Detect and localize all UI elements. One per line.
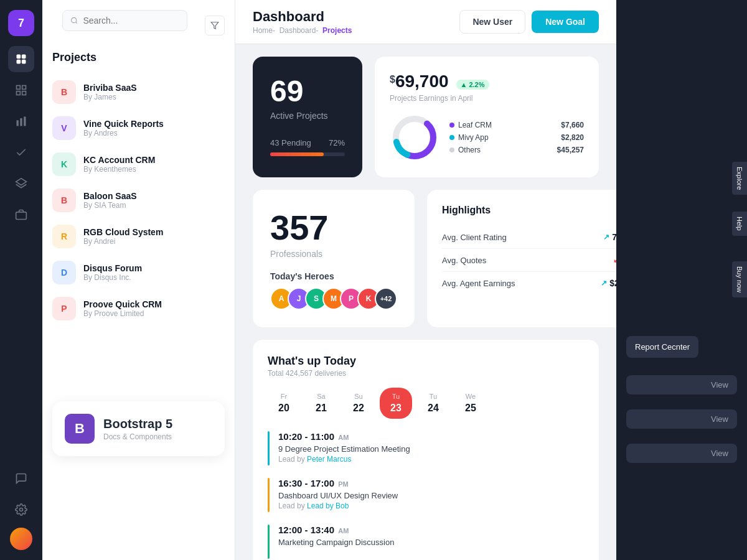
- calendar-title: What's up Today: [268, 355, 584, 368]
- project-item[interactable]: V Vine Quick Reports By Andres: [42, 110, 235, 146]
- bootstrap-icon: B: [65, 414, 95, 444]
- svg-rect-8: [17, 120, 19, 126]
- search-icon: [70, 16, 78, 25]
- amount-item: $45,257: [557, 146, 584, 154]
- more-avatars: +42: [375, 287, 397, 310]
- svg-rect-5: [22, 86, 26, 90]
- svg-rect-6: [17, 91, 21, 95]
- sidebar-item-messages[interactable]: [8, 465, 34, 492]
- progress-bar: [270, 152, 345, 156]
- event-item: 12:00 - 13:40 AM Marketing Campaign Disc…: [268, 525, 584, 559]
- calendar-day[interactable]: Fr20: [268, 388, 300, 419]
- svg-rect-7: [22, 91, 26, 95]
- project-item[interactable]: P Proove Quick CRM By Proove Limited: [42, 291, 235, 327]
- view-button-3[interactable]: View: [626, 444, 737, 463]
- active-projects-label: Active Projects: [270, 111, 345, 121]
- sidebar-item-analytics[interactable]: [8, 108, 34, 134]
- sidebar-item-tasks[interactable]: [8, 139, 34, 166]
- projects-panel: Projects B Briviba SaaS By James V Vine …: [42, 0, 235, 560]
- top-header: Dashboard Home- Dashboard- Home- Dashboa…: [235, 0, 616, 44]
- earnings-label: Projects Earnings in April: [390, 94, 584, 103]
- project-item[interactable]: D Disqus Forum By Disqus Inc.: [42, 254, 235, 291]
- svg-rect-3: [22, 60, 26, 64]
- calendar-day[interactable]: We25: [454, 388, 487, 419]
- bootstrap-card: B Bootstrap 5 Docs & Components: [52, 401, 225, 456]
- project-item[interactable]: B Baloon SaaS By SIA Team: [42, 182, 235, 218]
- calendar-day[interactable]: Tu24: [417, 388, 449, 419]
- sidebar-item-layers[interactable]: [8, 170, 34, 197]
- earnings-legend: Leaf CRMMivy AppOthers: [449, 121, 547, 154]
- project-item[interactable]: B Briviba SaaS By James: [42, 74, 235, 110]
- earnings-dollar: $: [390, 74, 395, 85]
- page-title: Dashboard: [253, 9, 352, 25]
- calendar-day[interactable]: Su22: [342, 388, 375, 419]
- bootstrap-sublabel: Docs & Components: [103, 432, 172, 441]
- highlights-title: Highlights: [442, 205, 616, 216]
- calendar-subtitle: Total 424,567 deliveries: [268, 369, 584, 378]
- calendar-days[interactable]: Fr20Sa21Su22Tu23Tu24We25: [268, 388, 584, 419]
- buynow-tab[interactable]: Buy now: [732, 261, 747, 297]
- right-panel: Explore Help Buy now Report Cecnter View…: [616, 0, 747, 560]
- amount-item: $2,820: [557, 133, 584, 142]
- report-center-button[interactable]: Report Cecnter: [626, 336, 698, 358]
- explore-tab[interactable]: Explore: [732, 162, 747, 195]
- project-list: B Briviba SaaS By James V Vine Quick Rep…: [42, 74, 235, 327]
- sidebar-item-dashboard[interactable]: [8, 46, 34, 72]
- svg-point-14: [72, 17, 77, 22]
- calendar-day[interactable]: Tu23: [380, 388, 412, 419]
- view-button-2[interactable]: View: [626, 409, 737, 429]
- pending-label: 43 Pending: [270, 138, 311, 147]
- calendar-day[interactable]: Sa21: [305, 388, 337, 419]
- progress-fill: [270, 152, 324, 156]
- event-item: 16:30 - 17:00 PM Dashboard UI/UX Design …: [268, 478, 584, 512]
- svg-rect-0: [17, 55, 21, 59]
- search-bar[interactable]: [62, 10, 187, 31]
- earnings-card: $69,700 ▲ 2.2% Projects Earnings in Apri…: [375, 57, 599, 177]
- user-avatar[interactable]: [10, 528, 32, 550]
- project-item[interactable]: R RGB Cloud System By Andrei: [42, 218, 235, 254]
- svg-rect-10: [24, 117, 26, 126]
- professionals-label: Professionals: [270, 249, 397, 259]
- svg-rect-4: [17, 86, 21, 90]
- breadcrumb: Home- Dashboard- Home- Dashboard- Projec…: [253, 26, 352, 35]
- svg-point-13: [20, 508, 23, 511]
- pending-percent: 72%: [329, 138, 345, 147]
- svg-marker-16: [211, 22, 218, 29]
- highlight-row: Avg. Client Rating ↗ 7.810: [442, 226, 616, 249]
- sidebar: 7: [0, 0, 42, 560]
- projects-title: Projects: [42, 51, 235, 64]
- main-content: Dashboard Home- Dashboard- Home- Dashboa…: [235, 0, 616, 560]
- filter-button[interactable]: [205, 16, 225, 35]
- new-user-button[interactable]: New User: [459, 10, 525, 34]
- highlights-card: Highlights Avg. Client Rating ↗ 7.810 Av…: [427, 190, 616, 327]
- breadcrumb-active: Projects: [322, 26, 352, 35]
- earnings-donut: [390, 113, 439, 162]
- calendar-section: What's up Today Total 424,567 deliveries…: [235, 327, 616, 560]
- amount-item: $7,660: [557, 121, 584, 129]
- professionals-number: 357: [270, 207, 397, 248]
- project-item[interactable]: K KC Account CRM By Keenthemes: [42, 146, 235, 182]
- bootstrap-label: Bootstrap 5: [103, 417, 172, 431]
- svg-rect-12: [16, 212, 27, 220]
- heroes-avatars: AJSMPK+42: [270, 287, 397, 310]
- sidebar-item-settings[interactable]: [8, 497, 34, 523]
- earnings-amounts: $7,660$2,820$45,257: [557, 121, 584, 154]
- sidebar-item-work[interactable]: [8, 202, 34, 228]
- sidebar-item-grid[interactable]: [8, 77, 34, 103]
- professionals-card: 357 Professionals Today's Heroes AJSMPK+…: [253, 190, 415, 327]
- svg-marker-11: [16, 179, 27, 185]
- legend-item: Others: [449, 146, 547, 154]
- event-item: 10:20 - 11:00 AM 9 Degree Project Estima…: [268, 431, 584, 465]
- legend-item: Leaf CRM: [449, 121, 547, 129]
- view-button-1[interactable]: View: [626, 375, 737, 394]
- svg-rect-2: [17, 60, 21, 64]
- help-tab[interactable]: Help: [732, 212, 747, 236]
- dashboard-row-1: 69 Active Projects 43 Pending 72% $69,70…: [235, 44, 616, 190]
- search-input[interactable]: [83, 16, 179, 26]
- active-projects-number: 69: [270, 74, 345, 108]
- heroes-label: Today's Heroes: [270, 271, 397, 281]
- new-goal-button[interactable]: New Goal: [532, 11, 599, 33]
- legend-item: Mivy App: [449, 133, 547, 142]
- highlight-row: Avg. Quotes ↙ 730: [442, 249, 616, 272]
- user-badge[interactable]: 7: [8, 10, 34, 36]
